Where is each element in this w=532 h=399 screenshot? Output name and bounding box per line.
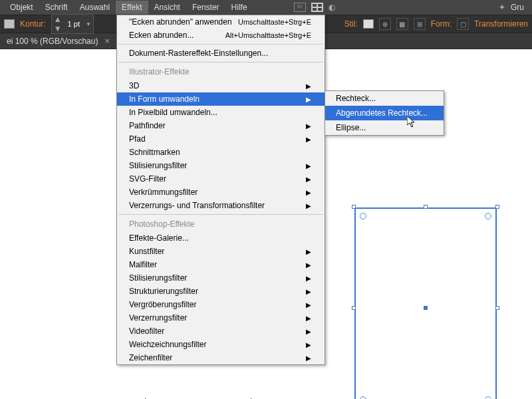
center-point[interactable] bbox=[424, 306, 428, 310]
align-icon[interactable]: ⊞ bbox=[414, 18, 426, 30]
form-label[interactable]: Form: bbox=[431, 19, 452, 29]
resize-handle[interactable] bbox=[352, 306, 356, 310]
menu-item[interactable]: Stilisierungsfilter▶ bbox=[117, 271, 325, 285]
menu-item[interactable]: Pfad▶ bbox=[117, 132, 325, 146]
menu-item[interactable]: Verzerrungs- und Transformationsfilter▶ bbox=[117, 199, 325, 212]
submenu-item[interactable]: Ellipse... bbox=[325, 120, 444, 135]
menu-hilfe[interactable]: Hilfe bbox=[225, 1, 253, 14]
fill-swatch[interactable] bbox=[4, 19, 15, 29]
menu-schrift[interactable]: Schrift bbox=[39, 1, 74, 14]
menu-item[interactable]: Vergröberungsfilter▶ bbox=[117, 298, 325, 311]
corner-widget[interactable] bbox=[360, 213, 366, 219]
shape-icon[interactable]: ▢ bbox=[457, 18, 469, 30]
menu-item[interactable]: 3D▶ bbox=[117, 79, 325, 92]
menu-item[interactable]: Kunstfilter▶ bbox=[117, 245, 325, 258]
resize-handle[interactable] bbox=[495, 205, 499, 209]
resize-handle[interactable] bbox=[424, 205, 428, 209]
menu-item[interactable]: Effekte-Galerie... bbox=[117, 231, 325, 245]
menu-item[interactable]: Stilisierungsfilter▶ bbox=[117, 159, 325, 172]
style-swatch[interactable] bbox=[363, 19, 374, 29]
menu-item[interactable]: Pathfinder▶ bbox=[117, 119, 325, 132]
menu-item[interactable]: Verkrümmungsfilter▶ bbox=[117, 186, 325, 199]
globe-icon[interactable]: ⊕ bbox=[379, 18, 391, 30]
menu-item[interactable]: In Form umwandeln▶ bbox=[117, 92, 325, 106]
document-setup-icon[interactable]: ▦ bbox=[396, 18, 408, 30]
corner-widget[interactable] bbox=[485, 213, 491, 219]
transform-label[interactable]: Transformieren bbox=[474, 19, 528, 29]
menu-fenster[interactable]: Fenster bbox=[186, 1, 225, 14]
selected-rectangle[interactable] bbox=[352, 205, 499, 399]
menu-ansicht[interactable]: Ansicht bbox=[148, 1, 186, 14]
menu-item[interactable]: Malfilter▶ bbox=[117, 258, 325, 271]
kontur-label: Kontur: bbox=[20, 19, 46, 29]
notification-icon[interactable]: ✦ bbox=[499, 3, 505, 12]
resize-handle[interactable] bbox=[495, 306, 499, 310]
corner-widget[interactable] bbox=[485, 396, 491, 399]
menu-header-photoshop: Photoshop-Effekte bbox=[117, 217, 325, 231]
bridge-icon[interactable]: Br bbox=[294, 3, 306, 12]
arrange-documents-icon[interactable] bbox=[311, 3, 323, 12]
submenu-item[interactable]: Abgerundetes Rechteck... bbox=[325, 106, 444, 120]
menu-objekt[interactable]: Objekt bbox=[4, 1, 39, 14]
menu-item[interactable]: Zeichenfilter▶ bbox=[117, 351, 325, 364]
close-tab-icon[interactable]: × bbox=[104, 36, 110, 46]
workspace-label[interactable]: Gru bbox=[511, 3, 524, 12]
menu-header-illustrator: Illustrator-Effekte bbox=[117, 65, 325, 79]
menu-item[interactable]: Verzerrungsfilter▶ bbox=[117, 311, 325, 325]
corner-widget[interactable] bbox=[360, 396, 366, 399]
menu-item[interactable]: SVG-Filter▶ bbox=[117, 172, 325, 186]
stil-label: Stil: bbox=[344, 19, 358, 29]
effekt-menu: "Ecken abrunden" anwendenUmschalttaste+S… bbox=[116, 15, 325, 365]
gauge-icon[interactable]: ◐ bbox=[329, 3, 335, 12]
menu-item[interactable]: In Pixelbild umwandeln... bbox=[117, 106, 325, 119]
document-tab-title[interactable]: ei 100 % (RGB/Vorschau) bbox=[7, 37, 98, 46]
in-form-umwandeln-submenu: Rechteck...Abgerundetes Rechteck...Ellip… bbox=[325, 90, 444, 136]
menu-item-ecken-abrunden[interactable]: Ecken abrunden...Alt+Umschalttaste+Strg+… bbox=[117, 29, 325, 42]
menubar-tools: Br ◐ ✦ Gru bbox=[294, 3, 528, 12]
menu-item[interactable]: Strukturierungsfilter▶ bbox=[117, 285, 325, 298]
menu-item[interactable]: Weichzeichnungsfilter▶ bbox=[117, 338, 325, 351]
menu-bar: Objekt Schrift Auswahl Effekt Ansicht Fe… bbox=[0, 0, 532, 15]
menu-item[interactable]: Schnittmarken bbox=[117, 146, 325, 159]
menu-item[interactable]: Videofilter▶ bbox=[117, 325, 325, 338]
stroke-weight-input[interactable]: ▲▼ 1 pt ▼ bbox=[51, 14, 94, 34]
menu-item-apply-last[interactable]: "Ecken abrunden" anwendenUmschalttaste+S… bbox=[117, 15, 325, 29]
menu-effekt[interactable]: Effekt bbox=[116, 1, 148, 14]
submenu-item[interactable]: Rechteck... bbox=[325, 91, 444, 106]
resize-handle[interactable] bbox=[352, 205, 356, 209]
menu-auswahl[interactable]: Auswahl bbox=[74, 1, 116, 14]
menu-item-raster-settings[interactable]: Dokument-Rastereffekt-Einstellungen... bbox=[117, 47, 325, 60]
